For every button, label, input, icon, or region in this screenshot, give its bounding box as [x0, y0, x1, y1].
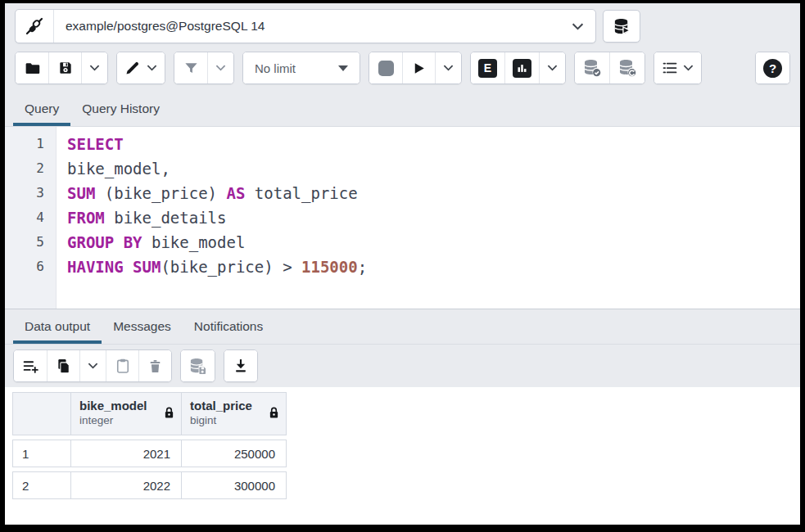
filter-dropdown-button[interactable] — [207, 52, 233, 83]
macro-list-icon — [662, 60, 678, 76]
transaction-button-group — [574, 52, 645, 84]
save-data-changes-icon — [188, 357, 207, 376]
code-token: (bike_price) > — [161, 258, 301, 276]
pgadmin-query-tool-window: example/postgres@PostgreSQL 14 — [0, 0, 805, 532]
table-cell[interactable]: 2022 — [71, 472, 182, 499]
explain-analyze-icon — [513, 59, 531, 78]
code-token: SUM — [67, 184, 95, 202]
help-button[interactable]: ? — [756, 52, 789, 83]
grid-header-row: bike_model integer total_price bigint — [12, 392, 287, 435]
code-token: SUM — [133, 258, 161, 276]
chevron-down-icon — [560, 23, 595, 30]
rollback-database-icon — [617, 58, 637, 78]
row-number-cell[interactable]: 2 — [13, 472, 71, 499]
paste-button[interactable] — [106, 350, 138, 381]
tab-messages[interactable]: Messages — [102, 309, 183, 344]
help-button-group: ? — [755, 52, 790, 84]
code-token — [124, 258, 133, 276]
grid-column-header[interactable]: total_price bigint — [182, 393, 287, 435]
commit-button[interactable] — [575, 52, 609, 83]
copy-dropdown-button[interactable] — [79, 350, 106, 381]
explain-button[interactable]: E — [471, 52, 504, 83]
code-line: bike_model, — [67, 156, 800, 181]
line-number: 3 — [5, 181, 56, 205]
code-line: GROUP BY bike_model — [67, 230, 800, 255]
download-icon — [233, 358, 249, 374]
tab-query[interactable]: Query — [13, 92, 70, 126]
stop-icon — [378, 61, 394, 76]
code-token: bike_model, — [67, 160, 170, 178]
code-line: FROM bike_details — [67, 205, 800, 230]
code-token: ; — [358, 258, 367, 276]
code-token: bike_details — [105, 209, 227, 227]
execute-dropdown-button[interactable] — [435, 52, 461, 83]
table-row: 12021250000 — [12, 440, 287, 467]
code-token: FROM — [67, 209, 105, 227]
open-file-button[interactable] — [16, 52, 48, 83]
row-number-cell[interactable]: 1 — [13, 440, 71, 467]
data-output-grid: bike_model integer total_price bigint — [5, 387, 800, 525]
connection-select[interactable]: example/postgres@PostgreSQL 14 — [15, 9, 596, 43]
data-output-toolbar — [5, 345, 800, 387]
tab-notifications[interactable]: Notifications — [183, 309, 274, 344]
copy-icon — [56, 358, 72, 374]
rollback-button[interactable] — [609, 52, 644, 83]
code-line: SUM (bike_price) AS total_price — [67, 181, 800, 205]
grid-column-header[interactable]: bike_model integer — [71, 393, 182, 435]
save-data-group — [180, 349, 215, 382]
explain-button-group: E — [470, 52, 566, 84]
save-button[interactable] — [48, 52, 81, 83]
sql-editor[interactable]: 123456 SELECTbike_model,SUM (bike_price)… — [5, 127, 800, 309]
execute-button[interactable] — [402, 52, 435, 83]
grid-corner-cell[interactable] — [13, 393, 71, 435]
output-tab-bar: Data output Messages Notifications — [5, 309, 800, 345]
tab-notifications-label: Notifications — [194, 319, 263, 334]
new-connection-database-icon — [613, 17, 631, 36]
chevron-down-icon — [443, 65, 454, 71]
chevron-down-icon — [88, 363, 98, 369]
tab-messages-label: Messages — [113, 319, 171, 334]
column-type: bigint — [190, 414, 278, 426]
dropdown-arrow-icon — [338, 65, 348, 71]
line-number: 2 — [5, 156, 56, 181]
grid-edit-group — [13, 349, 172, 382]
line-number: 5 — [5, 230, 56, 255]
stop-button[interactable] — [369, 52, 402, 83]
rows-limit-select[interactable]: No limit — [243, 52, 360, 83]
file-button-group — [15, 52, 108, 84]
lock-icon — [164, 407, 174, 419]
connection-status-icon — [16, 10, 54, 43]
filter-button[interactable] — [174, 52, 207, 83]
paste-icon — [115, 358, 131, 374]
column-name: bike_model — [79, 399, 173, 413]
macro-button-group — [653, 52, 702, 84]
grid-rows: 1202125000022022300000 — [12, 440, 800, 499]
edit-button[interactable] — [117, 52, 165, 83]
save-data-changes-button[interactable] — [181, 350, 215, 381]
tab-data-output-label: Data output — [25, 319, 90, 334]
table-cell[interactable]: 2021 — [71, 440, 182, 467]
table-row: 22022300000 — [12, 471, 287, 499]
save-dropdown-button[interactable] — [81, 52, 107, 83]
chevron-down-icon — [547, 65, 558, 71]
add-row-button[interactable] — [14, 350, 47, 381]
explain-badge: E — [478, 59, 497, 78]
execute-button-group — [369, 52, 462, 84]
query-toolbar: No limit E — [5, 49, 800, 92]
tab-query-label: Query — [25, 101, 59, 116]
explain-dropdown-button[interactable] — [539, 52, 565, 83]
new-connection-button[interactable] — [603, 10, 640, 43]
save-icon — [57, 60, 74, 76]
tab-data-output[interactable]: Data output — [13, 309, 102, 344]
download-button[interactable] — [224, 350, 257, 381]
delete-row-button[interactable] — [138, 350, 171, 381]
explain-analyze-button[interactable] — [504, 52, 539, 83]
table-cell[interactable]: 300000 — [182, 472, 287, 499]
lock-icon — [269, 407, 279, 419]
tab-query-history[interactable]: Query History — [70, 92, 171, 126]
macro-button[interactable] — [654, 52, 701, 83]
editor-code[interactable]: SELECTbike_model,SUM (bike_price) AS tot… — [57, 127, 800, 309]
copy-button[interactable] — [47, 350, 79, 381]
table-cell[interactable]: 250000 — [182, 440, 287, 467]
download-group — [224, 349, 258, 382]
